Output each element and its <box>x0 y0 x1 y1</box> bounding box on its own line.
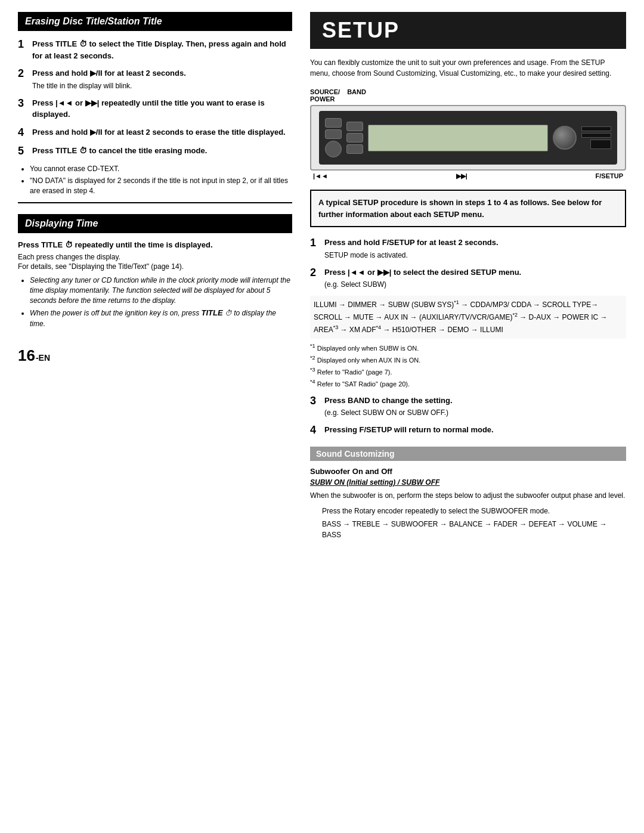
page-layout: Erasing Disc Title/Station Title 1 Press… <box>18 12 626 543</box>
device-btn-1 <box>325 118 342 128</box>
step-2-number: 2 <box>18 67 27 80</box>
device-slot-2 <box>581 133 611 138</box>
step-3-content: Press |◄◄ or ▶▶| repeatedly until the ti… <box>32 97 292 120</box>
step-4-content: Press and hold ▶/II for at least 2 secon… <box>32 126 292 138</box>
setup-step-1-sub: SETUP mode is activated. <box>324 250 626 261</box>
footnote-1: *1 Displayed only when SUBW is ON. <box>310 342 626 353</box>
device-btn-round <box>325 141 342 157</box>
sound-customizing-header: Sound Customizing <box>310 447 626 461</box>
displaying-time-title: Displaying Time <box>25 218 98 228</box>
setup-title: SETUP <box>310 12 626 49</box>
displaying-time-header: Displaying Time <box>18 214 292 233</box>
step-5-text: Press TITLE ⏱ to cancel the title erasin… <box>32 145 292 157</box>
device-image <box>310 105 626 171</box>
setup-step-4-text: Pressing F/SETUP will return to normal m… <box>324 424 626 436</box>
for-details-text: For details, see "Displaying the Title/T… <box>18 262 292 271</box>
device-center-btn-2 <box>346 133 363 143</box>
step-2-sub: The title in the display will blink. <box>32 80 292 91</box>
step-1-text: Press TITLE ⏱ to select the Title Displa… <box>32 38 292 61</box>
device-bottom-labels: |◄◄ ▶▶| F/SETUP <box>310 172 626 180</box>
footnote-2: *2 Displayed only when AUX IN is ON. <box>310 354 626 365</box>
step-3: 3 Press |◄◄ or ▶▶| repeatedly until the … <box>18 97 292 120</box>
step-2: 2 Press and hold ▶/II for at least 2 sec… <box>18 67 292 91</box>
press-title-line: Press TITLE ⏱ repeatedly until the time … <box>18 240 292 249</box>
device-center-btn-3 <box>346 144 363 154</box>
step-4: 4 Press and hold ▶/II for at least 2 sec… <box>18 126 292 140</box>
setup-step-1: 1 Press and hold F/SETUP for at least 2 … <box>310 237 626 261</box>
setup-step-4-number: 4 <box>310 424 320 437</box>
step-5-content: Press TITLE ⏱ to cancel the title erasin… <box>32 145 292 157</box>
setup-step-2: 2 Press |◄◄ or ▶▶| to select the desired… <box>310 267 626 290</box>
displaying-time-section: Displaying Time Press TITLE ⏱ repeatedly… <box>18 214 292 329</box>
bottom-right-label: F/SETUP <box>596 172 623 180</box>
setup-step-3-sub: (e.g. Select SUBW ON or SUBW OFF.) <box>324 407 626 418</box>
device-labels: SOURCE/POWER BAND <box>310 88 626 103</box>
bullet-1: You cannot erase CD-TEXT. <box>30 164 292 174</box>
page-num-suffix: -EN <box>36 353 50 363</box>
device-body <box>319 111 617 165</box>
step-2-content: Press and hold ▶/II for at least 2 secon… <box>32 67 292 91</box>
step-4-number: 4 <box>18 126 27 140</box>
setup-step-1-text: Press and hold F/SETUP for at least 2 se… <box>324 237 626 249</box>
page-number: 16-EN <box>18 346 292 365</box>
source-power-label: SOURCE/POWER <box>310 88 340 103</box>
info-box: A typical SETUP procedure is shown in st… <box>310 190 626 227</box>
indented-block: Press the Rotary encoder repeatedly to s… <box>322 506 626 540</box>
section-divider <box>18 202 292 203</box>
subwoofer-flow: BASS → TREBLE → SUBWOOFER → BALANCE → FA… <box>322 519 626 540</box>
setup-step-4-content: Pressing F/SETUP will return to normal m… <box>324 424 626 436</box>
step-1-number: 1 <box>18 38 27 51</box>
step-3-text: Press |◄◄ or ▶▶| repeatedly until the ti… <box>32 97 292 120</box>
bullet-2: "NO DATA" is displayed for 2 seconds if … <box>30 176 292 196</box>
each-press-text: Each press changes the display. <box>18 253 292 261</box>
setup-step-2-sub: (e.g. Select SUBW) <box>324 279 626 290</box>
device-display <box>368 125 548 151</box>
bottom-middle-label: ▶▶| <box>456 172 467 180</box>
footnotes: *1 Displayed only when SUBW is ON. *2 Di… <box>310 342 626 389</box>
setup-step-2-text: Press |◄◄ or ▶▶| to select the desired S… <box>324 267 626 278</box>
footnote-4: *4 Refer to "SAT Radio" (page 20). <box>310 378 626 389</box>
erasing-section-header: Erasing Disc Title/Station Title <box>18 12 292 31</box>
page-num-main: 16 <box>18 346 35 365</box>
step-1: 1 Press TITLE ⏱ to select the Title Disp… <box>18 38 292 61</box>
step-1-content: Press TITLE ⏱ to select the Title Displa… <box>32 38 292 61</box>
step-5: 5 Press TITLE ⏱ to cancel the title eras… <box>18 145 292 158</box>
setup-step-3: 3 Press BAND to change the setting. (e.g… <box>310 395 626 419</box>
setup-step-2-content: Press |◄◄ or ▶▶| to select the desired S… <box>324 267 626 290</box>
time-bullets: Selecting any tuner or CD function while… <box>30 275 292 329</box>
device-knob <box>553 126 577 150</box>
setup-step-4: 4 Pressing F/SETUP will return to normal… <box>310 424 626 437</box>
erasing-title: Erasing Disc Title/Station Title <box>25 16 162 26</box>
band-label: BAND <box>347 88 366 103</box>
setup-step-3-content: Press BAND to change the setting. (e.g. … <box>324 395 626 419</box>
step-2-text: Press and hold ▶/II for at least 2 secon… <box>32 67 292 79</box>
step-5-number: 5 <box>18 145 27 158</box>
subwoofer-subtitle: SUBW ON (Initial setting) / SUBW OFF <box>310 478 626 487</box>
setup-step-1-number: 1 <box>310 237 320 250</box>
step-4-text: Press and hold ▶/II for at least 2 secon… <box>32 126 292 138</box>
setup-step-3-number: 3 <box>310 395 320 408</box>
subwoofer-desc: When the subwoofer is on, perform the st… <box>310 490 626 501</box>
erasing-bullets: You cannot erase CD-TEXT. "NO DATA" is d… <box>30 164 292 196</box>
step-3-number: 3 <box>18 97 27 110</box>
device-btn-2 <box>325 129 342 139</box>
device-center-btn-1 <box>346 122 363 131</box>
setup-step-2-number: 2 <box>310 267 320 280</box>
right-column: SETUP You can flexibly customize the uni… <box>310 12 626 543</box>
time-bullet-1: Selecting any tuner or CD function while… <box>30 275 292 305</box>
device-left-buttons <box>325 118 342 157</box>
sound-customizing-section: Sound Customizing Subwoofer On and Off S… <box>310 447 626 540</box>
flow-text: ILLUMI → DIMMER → SUBW (SUBW SYS)*1 → CD… <box>310 296 626 339</box>
left-column: Erasing Disc Title/Station Title 1 Press… <box>18 12 292 543</box>
time-bullet-2: When the power is off but the ignition k… <box>30 308 292 329</box>
device-right-section <box>581 126 611 149</box>
device-center-buttons <box>346 122 363 154</box>
setup-step-1-content: Press and hold F/SETUP for at least 2 se… <box>324 237 626 261</box>
subwoofer-title: Subwoofer On and Off <box>310 467 626 476</box>
setup-step-3-text: Press BAND to change the setting. <box>324 395 626 407</box>
device-slot-3 <box>590 140 611 149</box>
footnote-3: *3 Refer to "Radio" (page 7). <box>310 366 626 377</box>
setup-intro: You can flexibly customize the unit to s… <box>310 57 626 79</box>
indented-text-1: Press the Rotary encoder repeatedly to s… <box>322 506 626 516</box>
device-slot-1 <box>581 126 611 131</box>
